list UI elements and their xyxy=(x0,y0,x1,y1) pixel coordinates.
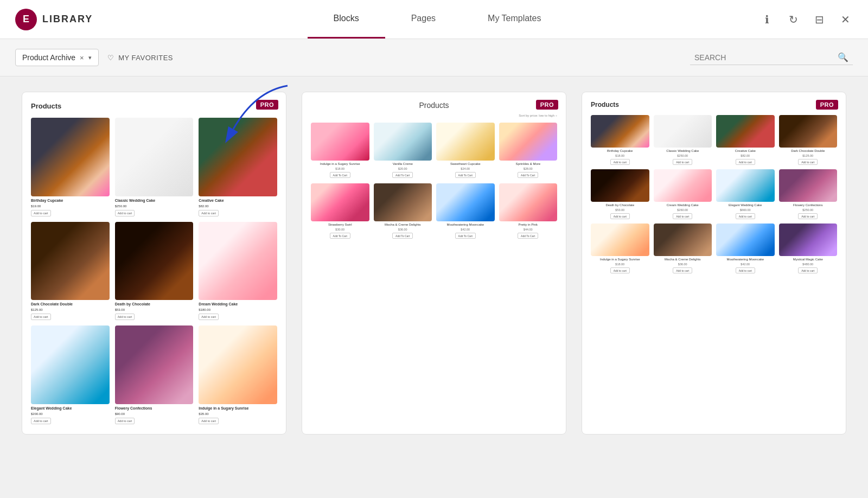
add-to-cart-button[interactable]: Add to cart xyxy=(610,159,630,165)
add-to-cart-button[interactable]: Add to cart xyxy=(610,213,630,219)
product-name: Vanilla Creme xyxy=(393,162,413,165)
add-to-cart-button[interactable]: Add to cart xyxy=(31,418,51,424)
product-image xyxy=(31,325,110,404)
product-price: $19.00 xyxy=(31,205,110,208)
add-to-cart-button[interactable]: Add to cart xyxy=(736,159,755,165)
template-card-2[interactable]: PRO Products Sort by price: low to high … xyxy=(302,92,566,435)
tab-my-templates[interactable]: My Templates xyxy=(462,0,567,39)
add-to-cart-button[interactable]: Add to cart xyxy=(798,267,818,273)
card3-inner: PRO Products Birthday Cupcake $18.00 Add… xyxy=(582,92,846,434)
product-image xyxy=(199,325,277,404)
add-to-cart-button[interactable]: Add To Cart xyxy=(455,172,476,178)
list-item: Sweetheart Cupcake $24.00 Add To Cart xyxy=(436,123,495,178)
product-grid-2-row2: Strawberry Swirl $30.00 Add To Cart Moch… xyxy=(311,183,557,239)
template-card-3[interactable]: PRO Products Birthday Cupcake $18.00 Add… xyxy=(582,92,846,435)
add-to-cart-button[interactable]: Add to cart xyxy=(31,210,51,216)
add-to-cart-button[interactable]: Add To Cart xyxy=(518,172,538,178)
add-to-cart-button[interactable]: Add to cart xyxy=(199,418,219,424)
list-item: Vanilla Creme $20.00 Add To Cart xyxy=(374,123,432,178)
filter-label: Product Archive xyxy=(22,53,75,62)
add-to-cart-button[interactable]: Add To Cart xyxy=(330,233,350,239)
product-price: $250.00 xyxy=(115,205,194,208)
product-price: $28.00 xyxy=(524,167,533,170)
add-to-cart-button[interactable]: Add to cart xyxy=(673,213,692,219)
list-item: Sprinkles & More $28.00 Add To Cart xyxy=(499,123,558,178)
list-item: Creative Cake $82.00 Add to cart xyxy=(716,115,775,165)
list-item: Indulge in a Sugary Sunrise $18.00 Add T… xyxy=(311,123,369,178)
add-to-cart-button[interactable]: Add to cart xyxy=(610,267,630,273)
product-name: Flowery Confections xyxy=(793,203,822,207)
save-icon[interactable]: ⊟ xyxy=(812,12,827,27)
product-name: Indulge in a Sugary Sunrise xyxy=(199,406,277,410)
list-item: Death by Chocolate $53.00 Add to cart xyxy=(115,222,194,321)
list-item: Death by Chocolate $53.00 Add to cart xyxy=(591,169,649,219)
product-image xyxy=(374,123,432,161)
add-to-cart-button[interactable]: Add To Cart xyxy=(455,233,476,239)
product-name: Mystical Magic Cake xyxy=(793,258,823,261)
product-price: $82.00 xyxy=(741,154,750,157)
card3-title: Products xyxy=(591,101,837,108)
list-item: Birthday Cupcake $19.00 Add to cart xyxy=(31,118,110,216)
add-to-cart-button[interactable]: Add to cart xyxy=(199,210,219,216)
add-to-cart-button[interactable]: Add to cart xyxy=(115,210,135,216)
product-image xyxy=(199,222,277,301)
product-name: Mouthwatering Mooncake xyxy=(446,223,484,226)
remove-filter-button[interactable]: × xyxy=(80,54,84,62)
product-name: Sprinkles & More xyxy=(515,162,540,165)
product-image xyxy=(716,224,775,256)
product-price: $20.00 xyxy=(398,167,407,170)
list-item: Creative Cake $82.00 Add to cart xyxy=(199,118,277,216)
add-to-cart-button[interactable]: Add to cart xyxy=(115,314,135,320)
search-input[interactable] xyxy=(694,53,833,62)
add-to-cart-button[interactable]: Add to cart xyxy=(736,267,755,273)
add-to-cart-button[interactable]: Add To Cart xyxy=(392,172,413,178)
add-to-cart-button[interactable]: Add to cart xyxy=(798,213,818,219)
add-to-cart-button[interactable]: Add to cart xyxy=(115,418,135,424)
heart-icon: ♡ xyxy=(107,54,114,62)
product-name: Dream Wedding Cake xyxy=(199,302,277,306)
product-price: $44.00 xyxy=(524,228,533,231)
refresh-icon[interactable]: ↻ xyxy=(786,12,801,27)
list-item: Birthday Cupcake $18.00 Add to cart xyxy=(591,115,649,165)
add-to-cart-button[interactable]: Add To Cart xyxy=(392,233,413,239)
product-name: Cream Wedding Cake xyxy=(667,203,699,207)
template-card-1[interactable]: PRO Products Birthday Cupcake $19.00 Add… xyxy=(22,92,286,435)
product-image xyxy=(591,169,649,202)
info-icon[interactable]: ℹ xyxy=(760,12,775,27)
add-to-cart-button[interactable]: Add To Cart xyxy=(518,233,538,239)
logo-icon: E xyxy=(15,9,37,30)
close-icon[interactable]: ✕ xyxy=(838,12,853,27)
filter-dropdown[interactable]: Product Archive × ▾ xyxy=(15,49,99,66)
product-name: Death by Chocolate xyxy=(605,203,634,207)
product-name: Elegant Wedding Cake xyxy=(31,406,110,410)
list-item: Dark Chocolate Double $125.00 Add to car… xyxy=(779,115,838,165)
tab-blocks[interactable]: Blocks xyxy=(308,0,385,39)
add-to-cart-button[interactable]: Add to cart xyxy=(673,159,692,165)
add-to-cart-button[interactable]: Add to cart xyxy=(673,267,692,273)
add-to-cart-button[interactable]: Add to cart xyxy=(736,213,755,219)
pro-badge-2: PRO xyxy=(536,100,558,110)
favorites-button[interactable]: ♡ MY FAVORITES xyxy=(107,54,173,62)
product-image xyxy=(436,123,495,161)
product-name: Indulge in a Sugary Sunrise xyxy=(600,258,640,261)
list-item: Flowery Confections $90.00 Add to cart xyxy=(115,325,194,424)
product-name: Pretty in Pink xyxy=(519,223,538,226)
add-to-cart-button[interactable]: Add to cart xyxy=(199,314,219,320)
product-image xyxy=(115,118,194,196)
product-image xyxy=(779,115,838,148)
logo-text: LIBRARY xyxy=(42,14,93,25)
product-image xyxy=(654,169,712,202)
product-name: Indulge in a Sugary Sunrise xyxy=(320,162,360,165)
product-image xyxy=(31,222,110,301)
list-item: Mocha & Creme Delights $36.00 Add to car… xyxy=(654,224,712,273)
product-price: $82.00 xyxy=(199,205,277,208)
add-to-cart-button[interactable]: Add To Cart xyxy=(330,172,350,178)
add-to-cart-button[interactable]: Add to cart xyxy=(31,314,51,320)
product-grid-1: Birthday Cupcake $19.00 Add to cart Clas… xyxy=(31,118,277,424)
tab-pages[interactable]: Pages xyxy=(385,0,462,39)
product-name: Creative Cake xyxy=(199,199,277,202)
product-image xyxy=(311,123,369,161)
add-to-cart-button[interactable]: Add to cart xyxy=(798,159,818,165)
product-price: $42.00 xyxy=(741,263,750,266)
product-price: $250.00 xyxy=(802,208,813,212)
